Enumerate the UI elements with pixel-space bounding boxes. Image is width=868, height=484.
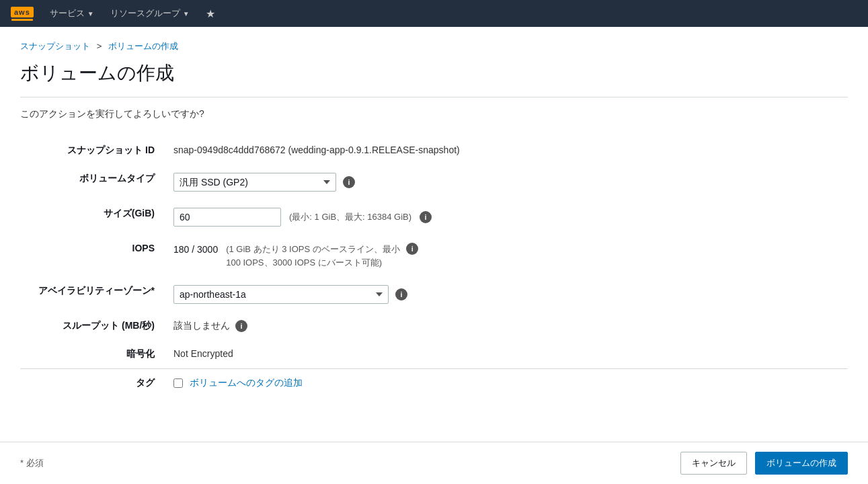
tags-label: タグ [20,369,168,397]
nav-services-label: サービス [50,7,85,19]
size-info-icon[interactable]: i [420,211,432,223]
tags-row: タグ ボリュームへのタグの追加 [20,369,848,397]
size-input[interactable] [173,208,281,227]
tags-wrap: ボリュームへのタグの追加 [173,377,842,389]
nav-resource-groups-chevron: ▼ [183,10,190,17]
nav-services-chevron: ▼ [87,10,94,17]
nav-favorites-star[interactable]: ★ [206,7,215,20]
breadcrumb-separator: > [97,41,102,51]
az-label: アベイラビリティーゾーン* [20,277,168,312]
az-cell: ap-northeast-1a ap-northeast-1b ap-north… [168,277,848,312]
az-info-icon[interactable]: i [395,288,407,300]
throughput-wrap: 該当しません i [173,320,842,332]
az-select[interactable]: ap-northeast-1a ap-northeast-1b ap-north… [173,285,389,304]
encryption-label: 暗号化 [20,340,168,369]
size-wrap: (最小: 1 GiB、最大: 16384 GiB) i [173,208,842,227]
iops-value: 180 / 3000 [173,244,218,255]
tags-cell: ボリュームへのタグの追加 [168,369,848,397]
encryption-row: 暗号化 Not Encrypted [20,340,848,369]
throughput-value: 該当しません [173,320,230,332]
confirm-text: このアクションを実行してよろしいですか? [20,108,848,120]
az-wrap: ap-northeast-1a ap-northeast-1b ap-north… [173,285,842,304]
size-row: サイズ(GiB) (最小: 1 GiB、最大: 16384 GiB) i [20,200,848,235]
volume-type-select[interactable]: 汎用 SSD (GP2) プロビジョンド IOPS SSD (IO1) スループ… [173,173,336,192]
volume-type-row: ボリュームタイプ 汎用 SSD (GP2) プロビジョンド IOPS SSD (… [20,165,848,200]
throughput-label: スループット (MB/秒) [20,312,168,340]
throughput-row: スループット (MB/秒) 該当しません i [20,312,848,340]
aws-logo-underline [11,19,33,21]
volume-type-cell: 汎用 SSD (GP2) プロビジョンド IOPS SSD (IO1) スループ… [168,165,848,200]
throughput-info-icon[interactable]: i [235,320,247,332]
aws-logo-text: aws [11,7,34,17]
iops-desc: (1 GiB あたり 3 IOPS のベースライン、最小 100 IOPS、30… [226,243,401,269]
nav-resource-groups-label: リソースグループ [110,7,180,19]
iops-label: IOPS [20,235,168,277]
snapshot-id-label: スナップショット ID [20,136,168,165]
top-nav: aws サービス ▼ リソースグループ ▼ ★ [0,0,868,27]
nav-resource-groups[interactable]: リソースグループ ▼ [110,7,190,19]
breadcrumb-parent[interactable]: スナップショット [20,41,90,51]
breadcrumb: スナップショット > ボリュームの作成 [20,40,848,52]
main-content: スナップショット > ボリュームの作成 ボリュームの作成 このアクションを実行し… [0,27,868,411]
snapshot-id-row: スナップショット ID snap-0949d8c4ddd768672 (wedd… [20,136,848,165]
iops-info-icon[interactable]: i [406,243,418,255]
snapshot-id-value: snap-0949d8c4ddd768672 (wedding-app-0.9.… [168,136,848,165]
iops-cell: 180 / 3000 (1 GiB あたり 3 IOPS のベースライン、最小 … [168,235,848,277]
breadcrumb-current: ボリュームの作成 [108,41,178,51]
tags-checkbox[interactable] [173,378,183,388]
iops-row: IOPS 180 / 3000 (1 GiB あたり 3 IOPS のベースライ… [20,235,848,277]
volume-type-info-icon[interactable]: i [343,176,355,188]
size-label: サイズ(GiB) [20,200,168,235]
nav-services[interactable]: サービス ▼ [50,7,94,19]
size-cell: (最小: 1 GiB、最大: 16384 GiB) i [168,200,848,235]
volume-type-label: ボリュームタイプ [20,165,168,200]
throughput-cell: 該当しません i [168,312,848,340]
form-table: スナップショット ID snap-0949d8c4ddd768672 (wedd… [20,136,848,397]
size-hint: (最小: 1 GiB、最大: 16384 GiB) [289,211,411,223]
iops-wrap: 180 / 3000 (1 GiB あたり 3 IOPS のベースライン、最小 … [173,243,842,269]
az-row: アベイラビリティーゾーン* ap-northeast-1a ap-northea… [20,277,848,312]
encryption-value: Not Encrypted [168,340,848,369]
tags-link[interactable]: ボリュームへのタグの追加 [190,377,303,389]
volume-type-wrap: 汎用 SSD (GP2) プロビジョンド IOPS SSD (IO1) スループ… [173,173,842,192]
page-title: ボリュームの作成 [20,61,848,97]
aws-logo: aws [11,7,34,21]
